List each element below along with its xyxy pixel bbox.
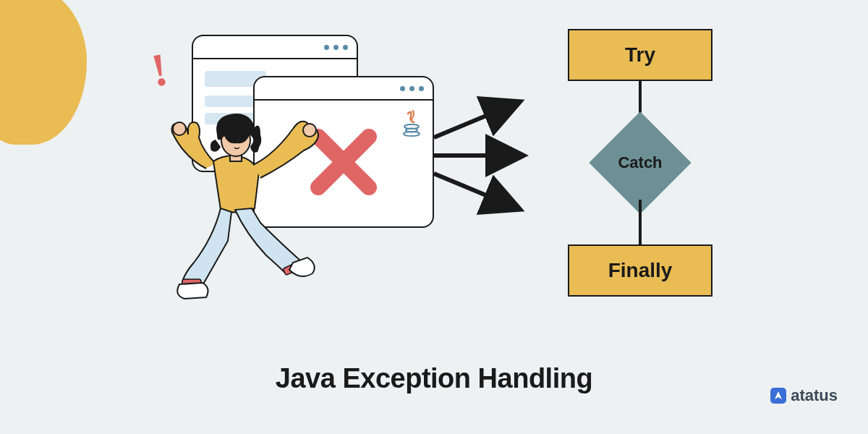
- window-dot-icon: [324, 45, 329, 50]
- svg-point-2: [404, 132, 420, 136]
- brand-logo: atatus: [770, 386, 838, 405]
- svg-point-6: [303, 124, 316, 137]
- brand-logo-icon: [770, 388, 786, 404]
- window-dot-icon: [333, 45, 339, 50]
- page-title: Java Exception Handling: [0, 363, 868, 394]
- java-logo-icon: [401, 108, 422, 137]
- flowchart-finally-box: Finally: [568, 244, 712, 297]
- window-dot-icon: [400, 86, 405, 91]
- window-titlebar: [193, 36, 357, 59]
- flowchart-connector: [639, 200, 642, 244]
- person-illustration: [145, 78, 347, 302]
- svg-point-12: [241, 141, 243, 143]
- brand-text: atatus: [791, 386, 838, 405]
- svg-line-15: [434, 174, 521, 210]
- try-label: Try: [625, 43, 655, 67]
- flowchart: Try Catch Finally: [557, 29, 723, 297]
- finally-label: Finally: [608, 259, 673, 282]
- decorative-blob: [0, 0, 87, 145]
- window-dot-icon: [409, 86, 414, 91]
- svg-point-5: [173, 122, 186, 135]
- illustration-group: !: [123, 29, 434, 304]
- flowchart-try-box: Try: [568, 29, 712, 81]
- window-dot-icon: [419, 86, 424, 91]
- catch-label: Catch: [604, 127, 676, 199]
- svg-line-13: [434, 101, 521, 137]
- arrows-group: [427, 94, 542, 217]
- svg-point-11: [231, 141, 233, 143]
- window-dot-icon: [343, 45, 348, 50]
